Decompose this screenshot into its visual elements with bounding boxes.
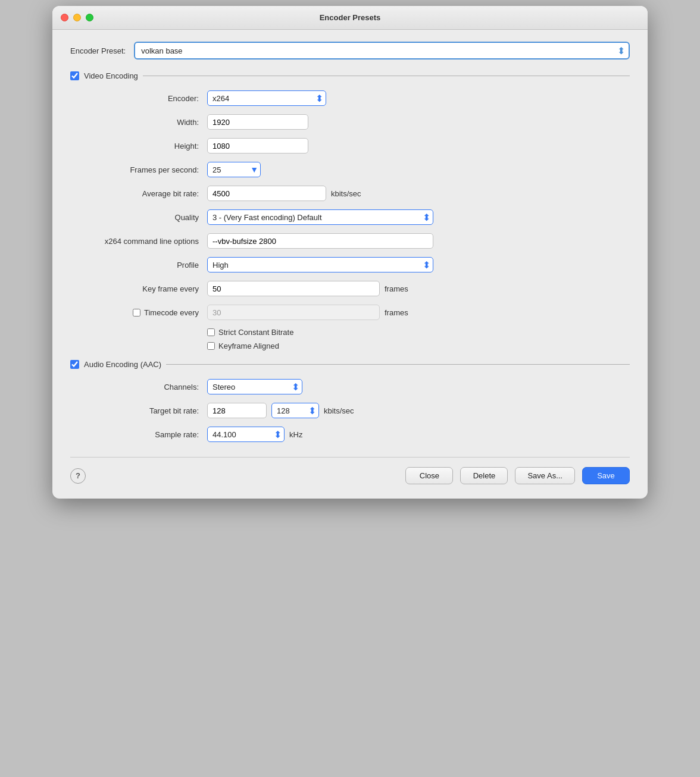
- strict-cbr-row: Strict Constant Bitrate: [207, 328, 630, 337]
- audio-bitrate-label: Target bit rate:: [76, 406, 207, 415]
- quality-row: Quality 1 - (Slow encoding) High Quality…: [76, 209, 630, 225]
- timecode-checkbox[interactable]: [133, 309, 140, 317]
- fps-label: Frames per second:: [76, 165, 207, 174]
- height-input[interactable]: [207, 138, 308, 153]
- encoder-row: Encoder: x264 x265 VP9 ⬍: [76, 90, 630, 106]
- audio-form-section: Channels: Mono Stereo 5.1 ⬍ Target bit r…: [76, 378, 630, 443]
- button-row: ? Close Delete Save As... Save: [70, 457, 630, 484]
- preset-row: Encoder Preset: volkan base Default High…: [70, 42, 630, 59]
- video-bitrate-unit: kbits/sec: [331, 189, 361, 198]
- encoder-select[interactable]: x264 x265 VP9: [207, 90, 326, 106]
- profile-select[interactable]: Baseline Main High: [207, 257, 433, 272]
- keyframe-aligned-label: Keyframe Aligned: [218, 341, 279, 350]
- fps-row: Frames per second: 23.976 24 25 29.97 30…: [76, 161, 630, 178]
- audio-bitrate-select[interactable]: 128 192 256 320: [271, 403, 319, 418]
- cmdline-label: x264 command line options: [76, 237, 207, 246]
- samplerate-label: Sample rate:: [76, 430, 207, 439]
- fps-select-wrapper: 23.976 24 25 29.97 30 50 59.94 60 ▼: [207, 162, 261, 177]
- audio-section-title: Audio Encoding (AAC): [84, 360, 161, 369]
- width-row: Width:: [76, 114, 630, 130]
- encoder-select-wrapper: x264 x265 VP9 ⬍: [207, 90, 326, 106]
- audio-section-header: Audio Encoding (AAC): [70, 360, 630, 369]
- timecode-row: Timecode every frames: [76, 304, 630, 321]
- timecode-label: Timecode every: [144, 308, 199, 317]
- channels-select[interactable]: Mono Stereo 5.1: [207, 379, 302, 394]
- video-encoding-checkbox[interactable]: [70, 71, 79, 80]
- channels-label: Channels:: [76, 383, 207, 391]
- preset-label: Encoder Preset:: [70, 46, 126, 55]
- save-as-button[interactable]: Save As...: [515, 467, 575, 484]
- video-form-section: Encoder: x264 x265 VP9 ⬍ Width:: [76, 90, 630, 350]
- quality-control: 1 - (Slow encoding) High Quality 2 - (Me…: [207, 209, 630, 225]
- strict-cbr-checkbox[interactable]: [207, 328, 215, 336]
- encoder-control: x264 x265 VP9 ⬍: [207, 90, 630, 106]
- quality-label: Quality: [76, 213, 207, 222]
- width-control: [207, 114, 630, 130]
- height-row: Height:: [76, 137, 630, 154]
- profile-label: Profile: [76, 261, 207, 270]
- window-title: Encoder Presets: [320, 13, 381, 22]
- timecode-control: frames: [207, 305, 630, 320]
- traffic-lights: [61, 14, 93, 21]
- profile-select-wrapper: Baseline Main High ⬍: [207, 257, 433, 272]
- audio-bitrate-input[interactable]: [207, 403, 267, 418]
- close-button[interactable]: Close: [405, 467, 453, 484]
- audio-encoding-checkbox[interactable]: [70, 360, 79, 369]
- keyframe-control: frames: [207, 281, 630, 296]
- fps-select[interactable]: 23.976 24 25 29.97 30 50 59.94 60: [207, 162, 261, 177]
- timecode-input[interactable]: [207, 305, 380, 320]
- cmdline-input[interactable]: [207, 233, 433, 249]
- delete-button[interactable]: Delete: [460, 467, 508, 484]
- channels-select-wrapper: Mono Stereo 5.1 ⬍: [207, 379, 302, 394]
- audio-bitrate-control: 128 192 256 320 ⬍ kbits/sec: [207, 403, 630, 418]
- audio-bitrate-row: Target bit rate: 128 192 256 320 ⬍: [76, 402, 630, 419]
- audio-bitrate-select-wrapper: 128 192 256 320 ⬍: [271, 403, 319, 418]
- width-label: Width:: [76, 118, 207, 127]
- samplerate-select[interactable]: 44.100 48.000 96.000: [207, 427, 285, 442]
- cmdline-row: x264 command line options: [76, 233, 630, 249]
- help-button[interactable]: ?: [70, 468, 86, 484]
- samplerate-control: 44.100 48.000 96.000 ⬍ kHz: [207, 427, 630, 442]
- video-bitrate-control: kbits/sec: [207, 186, 630, 201]
- preset-select-wrapper: volkan base Default High Quality Low Ban…: [134, 42, 630, 59]
- keyframe-label: Key frame every: [76, 284, 207, 293]
- titlebar: Encoder Presets: [52, 6, 648, 30]
- fps-control: 23.976 24 25 29.97 30 50 59.94 60 ▼: [207, 162, 630, 177]
- quality-select-wrapper: 1 - (Slow encoding) High Quality 2 - (Me…: [207, 209, 433, 225]
- audio-section-line: [166, 364, 630, 365]
- quality-select[interactable]: 1 - (Slow encoding) High Quality 2 - (Me…: [207, 209, 433, 225]
- video-section-header: Video Encoding: [70, 71, 630, 80]
- encoder-presets-window: Encoder Presets Encoder Preset: volkan b…: [52, 6, 648, 499]
- width-input[interactable]: [207, 114, 308, 130]
- content-area: Encoder Preset: volkan base Default High…: [52, 30, 648, 499]
- height-control: [207, 138, 630, 153]
- cmdline-control: [207, 233, 630, 249]
- video-bitrate-label: Average bit rate:: [76, 189, 207, 198]
- save-button[interactable]: Save: [582, 467, 630, 484]
- video-section-line: [143, 76, 630, 76]
- keyframe-unit: frames: [385, 284, 408, 293]
- audio-bitrate-unit: kbits/sec: [324, 406, 354, 415]
- video-section-title: Video Encoding: [84, 71, 138, 80]
- video-bitrate-row: Average bit rate: kbits/sec: [76, 185, 630, 202]
- height-label: Height:: [76, 142, 207, 151]
- profile-row: Profile Baseline Main High ⬍: [76, 256, 630, 273]
- samplerate-row: Sample rate: 44.100 48.000 96.000 ⬍ kHz: [76, 426, 630, 443]
- keyframe-input[interactable]: [207, 281, 380, 296]
- timecode-label-area: Timecode every: [76, 308, 207, 317]
- keyframe-aligned-checkbox[interactable]: [207, 342, 215, 350]
- preset-select[interactable]: volkan base Default High Quality Low Ban…: [134, 42, 630, 59]
- video-bitrate-input[interactable]: [207, 186, 326, 201]
- samplerate-select-wrapper: 44.100 48.000 96.000 ⬍: [207, 427, 285, 442]
- minimize-traffic-light[interactable]: [73, 14, 81, 21]
- keyframe-row: Key frame every frames: [76, 280, 630, 297]
- samplerate-unit: kHz: [289, 430, 302, 439]
- maximize-traffic-light[interactable]: [86, 14, 93, 21]
- keyframe-aligned-row: Keyframe Aligned: [207, 341, 630, 350]
- profile-control: Baseline Main High ⬍: [207, 257, 630, 272]
- audio-bitrate-spinner-wrapper: [207, 403, 267, 418]
- channels-row: Channels: Mono Stereo 5.1 ⬍: [76, 378, 630, 395]
- close-traffic-light[interactable]: [61, 14, 68, 21]
- channels-control: Mono Stereo 5.1 ⬍: [207, 379, 630, 394]
- strict-cbr-label: Strict Constant Bitrate: [218, 328, 293, 337]
